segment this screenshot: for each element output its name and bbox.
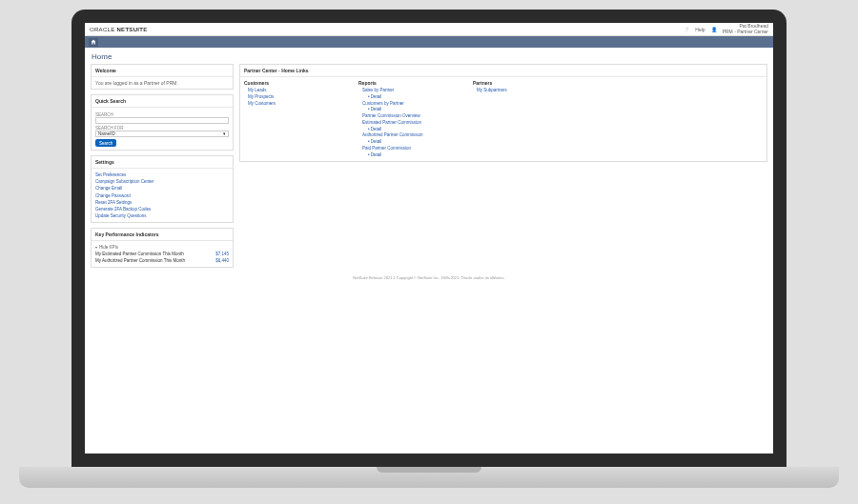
kpi-rows: My Estimated Partner Commission This Mon…	[95, 251, 229, 264]
kpi-value[interactable]: $6,440	[215, 258, 229, 263]
search-button[interactable]: Search	[95, 139, 116, 147]
kpi-hide-label: Hide KPIs	[99, 245, 118, 250]
quicksearch-portlet: Quick Search SEARCH SEARCH FOR Name/ID ▾…	[91, 94, 234, 151]
homelinks-link-1-5[interactable]: Estimated Partner Commission	[358, 120, 454, 127]
kpi-title: Key Performance Indicators	[92, 229, 233, 241]
welcome-portlet: Welcome You are logged in as a Partner o…	[91, 64, 234, 90]
footer-text: NetSuite Release 2021.1 Copyright © NetS…	[85, 275, 773, 280]
settings-link-2[interactable]: Change Email	[95, 185, 229, 192]
homelinks-col-2: PartnersMy Subpartners	[473, 80, 568, 158]
collapse-icon: ▾	[95, 245, 97, 250]
content-area: Welcome You are logged in as a Partner o…	[85, 64, 773, 268]
navbar	[85, 36, 773, 48]
homelinks-link-1-1[interactable]: • Detail	[358, 94, 454, 101]
homelinks-portlet: Partner Center - Home Links CustomersMy …	[239, 64, 767, 162]
laptop-base	[19, 467, 839, 488]
welcome-message: You are logged in as a Partner of PRM.	[92, 77, 233, 89]
homelinks-link-1-4[interactable]: Partner Commission Overview	[358, 113, 454, 120]
user-block[interactable]: Pat Brodhead PRM - Partner Center	[723, 24, 768, 34]
settings-link-3[interactable]: Change Password	[95, 192, 229, 199]
settings-link-1[interactable]: Campaign Subscription Center	[95, 178, 229, 185]
kpi-hide-toggle[interactable]: ▾Hide KPIs	[95, 244, 229, 251]
homelinks-link-1-0[interactable]: Sales by Partner	[358, 88, 454, 94]
page-title: Home	[85, 48, 773, 64]
topbar: ORACLE NETSUITE ❔ Help 👤 Pat Brodhead PR…	[85, 23, 773, 36]
homelinks-heading: Customers	[244, 80, 339, 86]
homelinks-heading: Reports	[358, 80, 454, 86]
left-column: Welcome You are logged in as a Partner o…	[91, 64, 234, 268]
brand-prefix: ORACLE	[90, 27, 114, 32]
homelinks-link-2-0[interactable]: My Subpartners	[473, 88, 568, 94]
kpi-value[interactable]: $7,145	[215, 252, 229, 256]
homelinks-link-0-2[interactable]: My Customers	[244, 101, 339, 108]
searchfor-select[interactable]: Name/ID ▾	[95, 131, 229, 137]
help-link[interactable]: Help	[695, 27, 705, 32]
settings-link-0[interactable]: Set Preferences	[95, 171, 229, 178]
kpi-row-1: My Authorized Partner Commission This Mo…	[95, 257, 229, 264]
homelinks-link-1-2[interactable]: Customers by Partner	[358, 101, 454, 108]
homelinks-link-1-8[interactable]: • Detail	[358, 139, 454, 146]
homelinks-body: CustomersMy LeadsMy ProspectsMy Customer…	[240, 77, 766, 161]
homelinks-link-0-1[interactable]: My Prospects	[244, 94, 339, 101]
kpi-name: My Authorized Partner Commission This Mo…	[95, 258, 185, 263]
kpi-portlet: Key Performance Indicators ▾Hide KPIs My…	[91, 228, 234, 268]
settings-link-4[interactable]: Reset 2FA Settings	[95, 199, 229, 206]
homelinks-col-0: CustomersMy LeadsMy ProspectsMy Customer…	[244, 80, 339, 158]
settings-title: Settings	[92, 156, 233, 169]
homelinks-link-1-3[interactable]: • Detail	[358, 107, 454, 113]
home-icon[interactable]	[89, 38, 98, 47]
homelinks-col-1: ReportsSales by Partner• DetailCustomers…	[358, 80, 454, 158]
homelinks-title: Partner Center - Home Links	[240, 65, 766, 77]
topbar-right: ❔ Help 👤 Pat Brodhead PRM - Partner Cent…	[684, 24, 768, 34]
settings-link-6[interactable]: Update Security Questions	[95, 212, 229, 219]
user-icon[interactable]: 👤	[711, 27, 717, 32]
settings-portlet: Settings Set PreferencesCampaign Subscri…	[91, 155, 234, 223]
welcome-title: Welcome	[92, 65, 233, 77]
homelinks-link-1-10[interactable]: • Detail	[358, 152, 454, 159]
laptop-frame: ORACLE NETSUITE ❔ Help 👤 Pat Brodhead PR…	[72, 10, 786, 467]
homelinks-link-1-7[interactable]: Authorized Partner Commission	[358, 132, 454, 139]
brand-logo: ORACLE NETSUITE	[90, 27, 148, 32]
right-column: Partner Center - Home Links CustomersMy …	[239, 64, 767, 268]
search-input[interactable]	[95, 117, 229, 124]
kpi-row-0: My Estimated Partner Commission This Mon…	[95, 251, 229, 257]
brand-suffix: NETSUITE	[116, 27, 147, 32]
homelinks-link-1-9[interactable]: Paid Partner Commission	[358, 146, 454, 152]
kpi-name: My Estimated Partner Commission This Mon…	[95, 252, 184, 256]
chevron-down-icon: ▾	[223, 131, 226, 136]
help-icon[interactable]: ❔	[684, 27, 689, 32]
homelinks-heading: Partners	[473, 80, 568, 86]
searchfor-value: Name/ID	[98, 131, 115, 136]
app-screen: ORACLE NETSUITE ❔ Help 👤 Pat Brodhead PR…	[85, 23, 773, 454]
user-role: PRM - Partner Center	[723, 30, 768, 35]
homelinks-link-1-6[interactable]: • Detail	[358, 127, 454, 133]
homelinks-link-0-0[interactable]: My Leads	[244, 88, 339, 94]
settings-link-5[interactable]: Generate 2FA Backup Codes	[95, 206, 229, 212]
quicksearch-title: Quick Search	[92, 95, 233, 108]
settings-list: Set PreferencesCampaign Subscription Cen…	[92, 169, 233, 222]
